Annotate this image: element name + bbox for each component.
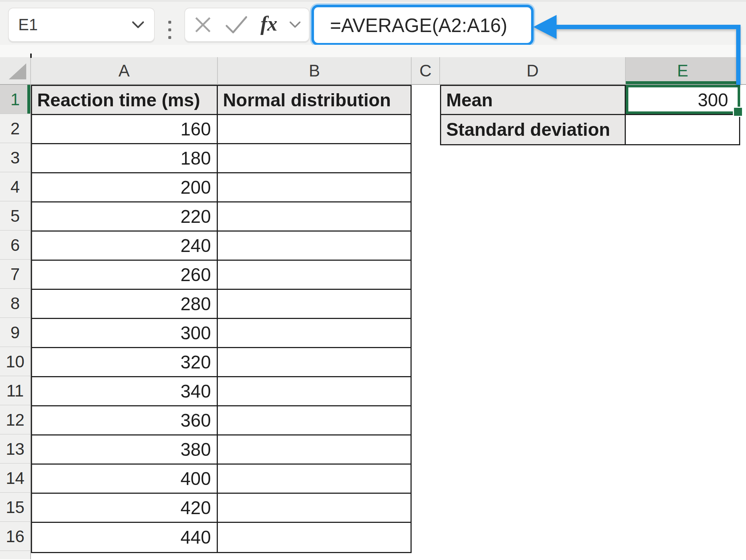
row-header-14[interactable]: 14 [0, 464, 31, 493]
enter-check-icon[interactable] [224, 15, 248, 35]
cell-d1[interactable]: Mean [441, 86, 626, 115]
cell-a16[interactable]: 440 [32, 523, 218, 552]
cell-a14[interactable]: 400 [32, 465, 218, 494]
fill-handle[interactable] [733, 107, 743, 117]
table-row: 180 [32, 144, 411, 173]
table-row: 160 [32, 115, 411, 144]
name-box-value: E1 [18, 16, 38, 34]
select-all-triangle-icon [9, 63, 26, 79]
name-box[interactable]: E1 [8, 8, 155, 42]
cell-b13[interactable] [218, 435, 411, 465]
column-header-b[interactable]: B [218, 57, 412, 85]
row-header-4[interactable]: 4 [0, 172, 31, 201]
formula-buttons-box: fx [184, 8, 310, 42]
row-header-11[interactable]: 11 [0, 376, 31, 405]
selected-cell-outline[interactable] [626, 85, 740, 114]
row-header-8[interactable]: 8 [0, 289, 31, 318]
table-row: Standard deviation [441, 115, 739, 144]
row-header-12[interactable]: 12 [0, 405, 31, 434]
cell-b6[interactable] [218, 232, 411, 261]
cell-b4[interactable] [218, 173, 411, 202]
table-row: Reaction time (ms) Normal distribution [32, 86, 411, 115]
table-row: 260 [32, 261, 411, 290]
row-header-1[interactable]: 1 [0, 85, 31, 114]
cell-a11[interactable]: 340 [32, 377, 218, 406]
table-row: 420 [32, 494, 411, 523]
row-header-10[interactable]: 10 [0, 347, 31, 376]
cell-a7[interactable]: 260 [32, 261, 218, 290]
table-row: 280 [32, 290, 411, 319]
cell-b9[interactable] [218, 319, 411, 348]
row-header-3[interactable]: 3 [0, 143, 31, 172]
cell-a3[interactable]: 180 [32, 144, 218, 173]
row-header-5[interactable]: 5 [0, 201, 31, 230]
row-header-15[interactable]: 15 [0, 493, 31, 522]
cell-a15[interactable]: 420 [32, 494, 218, 523]
cell-b11[interactable] [218, 377, 411, 406]
cell-a2[interactable]: 160 [32, 115, 218, 144]
cell-a8[interactable]: 280 [32, 290, 218, 319]
column-a-edge-tick [30, 54, 32, 58]
column-header-filler [740, 57, 746, 85]
cell-a12[interactable]: 360 [32, 406, 218, 435]
column-headers: ABCDE [0, 57, 746, 85]
cell-a5[interactable]: 220 [32, 202, 218, 232]
cell-a9[interactable]: 300 [32, 319, 218, 348]
insert-function-icon[interactable]: fx [260, 12, 278, 38]
cell-a4[interactable]: 200 [32, 173, 218, 202]
cell-b1[interactable]: Normal distribution [218, 86, 411, 115]
row-header-16[interactable]: 16 [0, 522, 31, 551]
row-header-partial[interactable] [0, 551, 31, 559]
toolbar-sheet-divider [0, 45, 746, 57]
excel-sheet-screenshot: E1 fx =AVERAGE(A2:A16) [0, 0, 746, 560]
formula-input[interactable]: =AVERAGE(A2:A16) [311, 5, 534, 46]
cell-b3[interactable] [218, 144, 411, 173]
cell-a1[interactable]: Reaction time (ms) [32, 86, 218, 115]
table-row: 320 [32, 348, 411, 377]
table-row: 300 [32, 319, 411, 348]
cell-b8[interactable] [218, 290, 411, 319]
row-header-6[interactable]: 6 [0, 230, 31, 260]
cell-d2[interactable]: Standard deviation [441, 115, 626, 144]
cell-b5[interactable] [218, 202, 411, 232]
cell-b16[interactable] [218, 523, 411, 552]
cell-b2[interactable] [218, 115, 411, 144]
table-row: 400 [32, 465, 411, 494]
formula-toolbar: E1 fx =AVERAGE(A2:A16) [0, 0, 746, 45]
row-header-9[interactable]: 9 [0, 318, 31, 347]
column-header-e[interactable]: E [626, 57, 740, 85]
arrow-head-icon [533, 15, 557, 39]
cell-b7[interactable] [218, 261, 411, 290]
column-header-d[interactable]: D [440, 57, 626, 85]
row-header-7[interactable]: 7 [0, 260, 31, 289]
select-all-button[interactable] [0, 57, 31, 85]
cell-b10[interactable] [218, 348, 411, 377]
table-row: 440 [32, 523, 411, 552]
row-headers: 12345678910111213141516 [0, 85, 31, 559]
table-row: 360 [32, 406, 411, 435]
row-header-13[interactable]: 13 [0, 434, 31, 464]
cell-a10[interactable]: 320 [32, 348, 218, 377]
column-header-c[interactable]: C [412, 57, 440, 85]
cell-b12[interactable] [218, 406, 411, 435]
table-row: 340 [32, 377, 411, 406]
table-row: 220 [32, 202, 411, 232]
arrow-vertical-line [736, 25, 741, 85]
cell-b15[interactable] [218, 494, 411, 523]
fx-chevron-down-icon[interactable] [289, 21, 301, 28]
table-row: 380 [32, 435, 411, 465]
cell-a6[interactable]: 240 [32, 232, 218, 261]
reaction-time-table: Reaction time (ms) Normal distribution 1… [31, 85, 412, 553]
cell-b14[interactable] [218, 465, 411, 494]
cell-e2[interactable] [626, 115, 739, 144]
chevron-down-icon[interactable] [131, 21, 145, 29]
table-row: 240 [32, 232, 411, 261]
cancel-icon[interactable] [193, 15, 213, 35]
row-header-2[interactable]: 2 [0, 114, 31, 143]
table-row: 200 [32, 173, 411, 202]
cell-a13[interactable]: 380 [32, 435, 218, 465]
formula-bar-resize-handle[interactable] [168, 21, 171, 39]
formula-text: =AVERAGE(A2:A16) [330, 14, 507, 36]
column-header-a[interactable]: A [31, 57, 218, 85]
arrow-horizontal-line [554, 25, 737, 29]
